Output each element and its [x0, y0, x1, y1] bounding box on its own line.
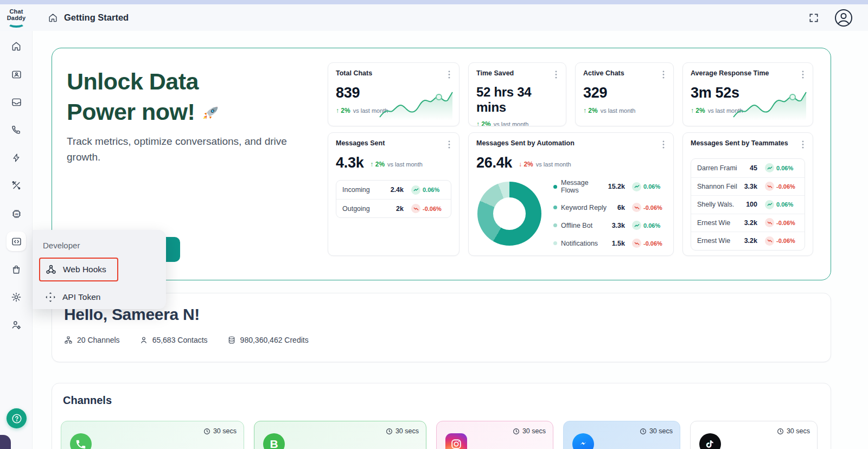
kebab-menu-icon[interactable] — [801, 69, 805, 80]
legend-row: Offline Bot3.3k 0.06% — [553, 221, 666, 230]
header: Chat Daddy Getting Started — [0, 4, 868, 31]
stat-value: 52 hrs 34 mins — [476, 85, 558, 115]
delta-up: 2% — [370, 161, 385, 168]
contact-card-icon — [11, 69, 22, 80]
channel-card-messenger[interactable]: 30 secs — [563, 421, 680, 449]
legend-row: Notifications1.5k -0.06% — [553, 239, 666, 248]
trend-badge: -0.06% — [765, 236, 799, 246]
whatsapp-business-icon: B — [263, 433, 285, 449]
sidebar-item-ai[interactable]: AI — [7, 204, 26, 223]
stat-label: Active Chats — [583, 69, 624, 77]
sidebar: AI — [0, 31, 33, 449]
sidebar-item-home[interactable] — [7, 36, 26, 56]
table-row: Shelly Wals.1000.06% — [691, 195, 805, 214]
stat-label: Messages Sent — [336, 139, 385, 147]
home-icon[interactable] — [48, 12, 58, 23]
whatsapp-icon — [70, 433, 92, 449]
trend-badge: -0.06% — [765, 182, 799, 191]
automation-donut-chart — [477, 182, 541, 246]
menu-item-label: Web Hooks — [63, 265, 106, 274]
teammates-table: Darren Frami450.06% Shannon Feil3.3k-0.0… — [691, 158, 805, 251]
sidebar-item-inbox[interactable] — [7, 92, 26, 112]
shopping-bag-icon — [11, 264, 22, 275]
stat-value: 329 — [583, 85, 666, 101]
table-row: Outgoing 2k -0.06% — [336, 199, 451, 217]
credits-icon — [227, 336, 236, 344]
kebab-menu-icon[interactable] — [661, 139, 666, 150]
browser-top-strip — [0, 0, 868, 4]
stats-grid: Total Chats 839 2%vs last month Time Sav… — [328, 62, 815, 256]
welcome-stat-contacts: 65,683 Contacts — [139, 336, 208, 344]
sidebar-item-settings[interactable] — [7, 287, 26, 307]
logo-text-line1: Chat — [9, 9, 23, 15]
user-avatar[interactable] — [834, 9, 853, 27]
home-icon — [11, 41, 22, 52]
stat-label: Average Response Time — [691, 69, 769, 77]
stat-label: Total Chats — [336, 69, 372, 77]
instagram-icon — [445, 433, 467, 449]
channel-card-tiktok[interactable]: 30 secs — [690, 421, 818, 449]
sidebar-item-calls[interactable] — [7, 120, 26, 139]
kebab-menu-icon[interactable] — [554, 69, 558, 80]
kebab-menu-icon[interactable] — [661, 69, 666, 80]
sidebar-item-store[interactable] — [7, 260, 26, 279]
clock-icon — [640, 428, 647, 435]
menu-item-api-token[interactable]: API Token — [44, 289, 100, 305]
sidebar-item-automations[interactable] — [7, 148, 26, 168]
sidebar-item-contacts[interactable] — [7, 65, 26, 84]
gear-icon — [11, 292, 22, 303]
channel-card-instagram[interactable]: 30 secs — [436, 421, 553, 449]
trend-badge: 0.06% — [765, 200, 799, 209]
stat-card-total-chats: Total Chats 839 2%vs last month — [328, 62, 459, 126]
channel-card-whatsapp[interactable]: 30 secs — [61, 421, 244, 449]
delta-up: 2% — [691, 107, 705, 114]
stat-card-messages-sent: Messages Sent 4.3k 2%vs last month Incom… — [328, 132, 459, 256]
menu-item-web-hooks[interactable]: Web Hooks — [39, 258, 118, 281]
channels-title: Channels — [63, 394, 822, 407]
stat-label: Messages Sent by Teammates — [691, 139, 788, 147]
delta-up: 2% — [583, 107, 598, 114]
welcome-stat-channels: 20 Channels — [64, 336, 120, 344]
stat-card-active-chats: Active Chats 329 2%vs last month — [575, 62, 674, 126]
svg-text:AI: AI — [15, 211, 18, 215]
trend-badge: -0.06% — [632, 239, 666, 248]
corner-widget — [0, 435, 11, 449]
popup-title: Developer — [43, 241, 80, 250]
help-button[interactable] — [7, 408, 27, 428]
page-title: Getting Started — [64, 12, 129, 23]
trend-badge: 0.06% — [632, 221, 666, 230]
inbox-icon — [11, 97, 22, 108]
sparkline-chart — [732, 88, 808, 121]
question-icon — [11, 413, 23, 425]
trend-badge: -0.06% — [765, 218, 799, 227]
table-row: Darren Frami450.06% — [691, 159, 805, 177]
sidebar-item-developer[interactable] — [7, 232, 26, 251]
messages-sent-table: Incoming 2.4k 0.06% Outgoing 2k -0.06% — [336, 180, 451, 218]
kebab-menu-icon[interactable] — [447, 69, 451, 80]
tools-icon — [11, 180, 22, 191]
automation-legend: Message Flows15.2k 0.06% Keyword Reply6k… — [553, 179, 666, 248]
sparkline-chart — [379, 88, 455, 121]
stat-label: Time Saved — [476, 69, 514, 77]
trend-badge: 0.06% — [632, 182, 666, 191]
menu-item-label: API Token — [62, 292, 100, 302]
delta-up: 2% — [336, 107, 350, 114]
kebab-menu-icon[interactable] — [801, 139, 805, 150]
stat-card-avg-response-time: Average Response Time 3m 52s 2%vs last m… — [682, 62, 813, 126]
compare-label: vs last month — [387, 161, 423, 168]
clock-icon — [386, 428, 393, 435]
sidebar-item-team[interactable] — [7, 315, 26, 335]
kebab-menu-icon[interactable] — [447, 139, 451, 150]
chatdaddy-logo: Chat Daddy — [0, 8, 33, 28]
legend-row: Keyword Reply6k -0.06% — [553, 203, 666, 212]
sidebar-item-tools[interactable] — [7, 176, 26, 195]
stat-card-automation: Messages Sent by Automation 26.4k 2%vs l… — [468, 132, 674, 256]
table-row: Ernest Wie3.2k-0.06% — [691, 232, 805, 250]
user-settings-icon — [11, 319, 22, 330]
welcome-stat-credits: 980,360,462 Credits — [227, 336, 309, 344]
channel-card-whatsapp-business[interactable]: 30 secs B — [254, 421, 426, 449]
fullscreen-icon[interactable] — [808, 12, 819, 23]
clock-icon — [203, 428, 210, 435]
rocket-emoji — [199, 100, 224, 124]
table-row: Incoming 2.4k 0.06% — [336, 181, 451, 199]
